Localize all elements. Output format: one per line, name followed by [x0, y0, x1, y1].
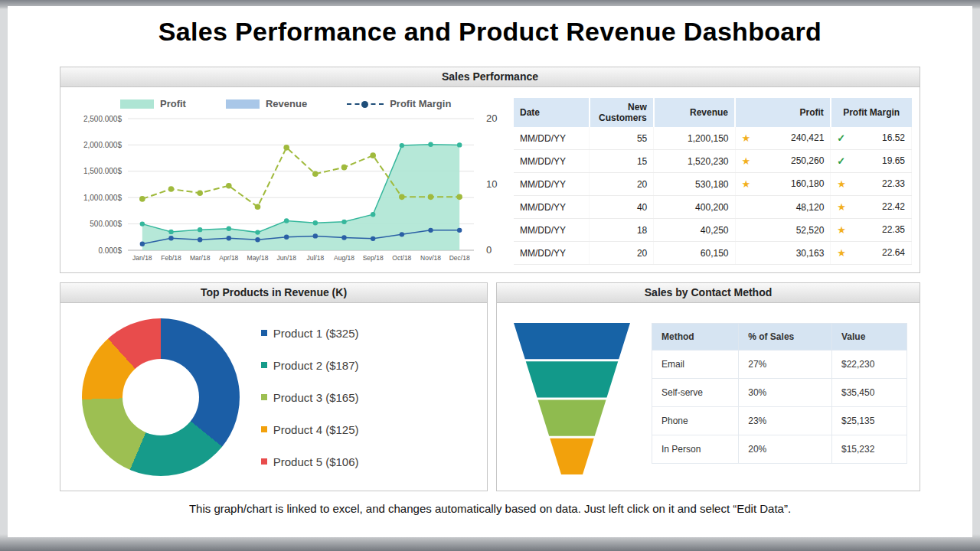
column-header-date: Date: [514, 98, 590, 127]
table-header-row: Date New Customers Revenue Profit Profit…: [514, 98, 912, 127]
footer-note: This graph/chart is linked to excel, and…: [8, 502, 972, 515]
cell-profit-margin: ✓16.52: [831, 127, 912, 150]
column-header-method: Method: [652, 324, 739, 350]
cell-method: In Person: [652, 435, 739, 464]
column-header-revenue: Revenue: [654, 98, 735, 127]
product-4-label: Product 4 ($125): [273, 423, 359, 436]
star-icon: ★: [742, 155, 751, 167]
svg-text:Nov/18: Nov/18: [420, 254, 441, 262]
product-4-swatch-icon: [261, 426, 267, 432]
legend-label-profit-margin: Profit Margin: [390, 98, 451, 109]
star-icon: ★: [742, 132, 751, 144]
cell-new-customers: 40: [590, 196, 654, 219]
svg-text:0: 0: [486, 244, 492, 256]
margin-status-icon: ✓: [837, 132, 845, 144]
cell-profit-margin: ★22.35: [831, 219, 912, 242]
cell-profit: ★250,260: [735, 150, 831, 173]
product-1-swatch-icon: [261, 330, 267, 336]
svg-text:500.000$: 500.000$: [90, 220, 122, 228]
donut-legend: Product 1 ($325) Product 2 ($187) Produc…: [261, 327, 359, 468]
cell-new-customers: 20: [590, 242, 654, 265]
table-row: MM/DD/YY 18 40,250 52,520 ★22.35: [514, 219, 912, 242]
svg-text:Mar/18: Mar/18: [190, 254, 211, 262]
product-3-swatch-icon: [261, 394, 267, 400]
cell-profit: 48,120: [735, 196, 831, 219]
svg-text:0.000$: 0.000$: [98, 246, 122, 255]
chart-legend: Profit Revenue Profit Margin: [120, 98, 512, 109]
page-title: Sales Performance and Product Revenue Da…: [8, 17, 972, 47]
cell-method: Self-serve: [652, 379, 739, 407]
svg-text:Feb/18: Feb/18: [161, 254, 181, 262]
legend-item-product-3: Product 3 ($165): [261, 391, 359, 404]
contact-method-title: Sales by Contact Method: [645, 286, 772, 298]
column-header-pct: % of Sales: [739, 324, 832, 350]
product-3-label: Product 3 ($165): [273, 391, 359, 404]
cell-profit: 52,520: [735, 219, 831, 242]
cell-value: $35,450: [832, 379, 907, 407]
cell-pct: 20%: [739, 435, 832, 464]
top-products-panel: Top Products in Revenue (K) Product 1 ($…: [60, 282, 488, 491]
margin-status-icon: ★: [837, 224, 846, 236]
sales-performance-panel: Sales Performance Profit Revenue Profit …: [60, 67, 920, 273]
legend-item-product-1: Product 1 ($325): [261, 327, 359, 340]
legend-item-product-4: Product 4 ($125): [261, 423, 359, 436]
cell-revenue: 60,150: [654, 242, 735, 265]
product-1-label: Product 1 ($325): [273, 327, 359, 340]
svg-text:1,500.000$: 1,500.000$: [83, 167, 122, 175]
cell-revenue: 1,200,150: [654, 127, 735, 150]
table-header-row: Method % of Sales Value: [652, 324, 907, 350]
svg-text:May/18: May/18: [247, 254, 269, 262]
cell-value: $22,230: [832, 350, 907, 379]
legend-item-product-2: Product 2 ($187): [261, 359, 359, 372]
combo-chart-svg[interactable]: 0.000$500.000$1,000.000$1,500.000$2,000.…: [60, 109, 511, 270]
table-row: Email 27% $22,230: [652, 350, 907, 379]
donut-chart[interactable]: [82, 318, 240, 476]
cell-revenue: 530,180: [654, 173, 735, 196]
sales-performance-title: Sales Performance: [442, 70, 538, 83]
cell-pct: 30%: [739, 379, 832, 407]
cell-new-customers: 15: [590, 150, 654, 173]
margin-status-icon: ★: [837, 178, 846, 190]
cell-date: MM/DD/YY: [514, 173, 590, 196]
margin-status-icon: ★: [837, 247, 846, 259]
product-2-label: Product 2 ($187): [273, 359, 359, 372]
table-row: MM/DD/YY 55 1,200,150 ★240,421 ✓16.52: [514, 127, 912, 150]
svg-text:Jan/18: Jan/18: [132, 254, 152, 262]
sales-performance-chart[interactable]: Profit Revenue Profit Margin 0.000$500.0…: [60, 87, 512, 273]
contact-method-panel-header: Sales by Contact Method: [497, 283, 920, 303]
profit-swatch-icon: [120, 99, 154, 109]
dashboard-slide: Sales Performance and Product Revenue Da…: [8, 6, 972, 537]
cell-date: MM/DD/YY: [514, 219, 590, 242]
svg-text:Sep/18: Sep/18: [363, 254, 384, 262]
cell-profit-margin: ✓19.65: [831, 150, 912, 173]
column-header-new-customers: New Customers: [590, 98, 654, 127]
star-icon: ★: [742, 178, 751, 190]
product-5-swatch-icon: [261, 458, 267, 465]
table-row: In Person 20% $15,232: [652, 435, 907, 464]
sales-performance-table[interactable]: Date New Customers Revenue Profit Profit…: [514, 98, 912, 265]
cell-profit: 30,163: [735, 242, 831, 265]
cell-date: MM/DD/YY: [514, 127, 590, 150]
table-row: MM/DD/YY 40 400,200 48,120 ★22.42: [514, 196, 912, 219]
funnel-chart[interactable]: [511, 323, 633, 474]
cell-date: MM/DD/YY: [514, 150, 590, 173]
svg-text:Oct/18: Oct/18: [392, 254, 411, 262]
cell-value: $15,232: [832, 435, 907, 464]
table-row: MM/DD/YY 20 530,180 ★160,180 ★22.33: [514, 173, 912, 196]
svg-text:2,500.000$: 2,500.000$: [83, 115, 122, 123]
profit-margin-line-icon: [347, 103, 384, 105]
product-5-label: Product 5 ($106): [273, 455, 359, 468]
cell-profit: ★240,421: [735, 127, 831, 150]
svg-text:Aug/18: Aug/18: [334, 254, 354, 262]
svg-text:10: 10: [486, 178, 497, 190]
cell-new-customers: 55: [590, 127, 654, 150]
table-row: MM/DD/YY 20 60,150 30,163 ★22.64: [514, 242, 912, 265]
cell-revenue: 40,250: [654, 219, 735, 242]
legend-label-profit: Profit: [160, 98, 186, 109]
cell-method: Email: [652, 350, 739, 379]
cell-new-customers: 18: [590, 219, 654, 242]
table-row: Self-serve 30% $35,450: [652, 379, 907, 407]
table-row: Phone 23% $25,135: [652, 407, 907, 435]
contact-method-table[interactable]: Method % of Sales Value Email 27% $22,23…: [652, 323, 907, 464]
top-products-title: Top Products in Revenue (K): [201, 286, 347, 298]
